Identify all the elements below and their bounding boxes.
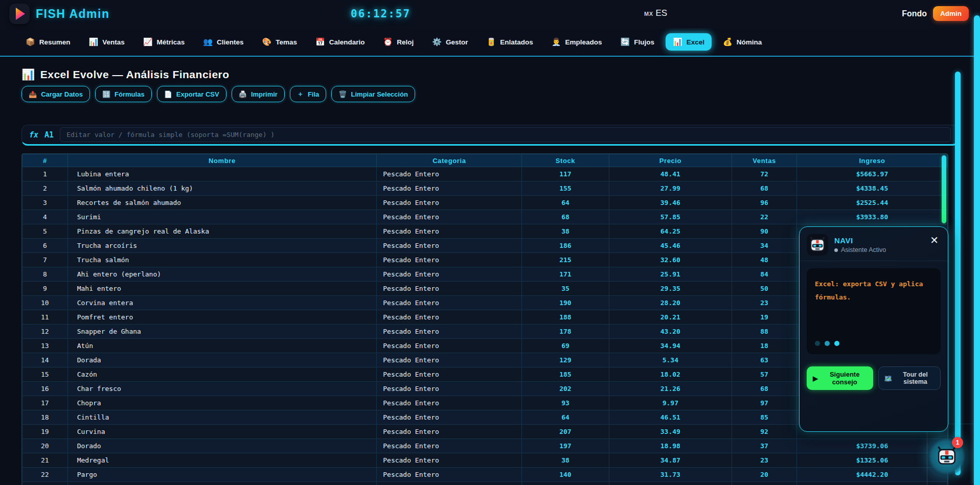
- cell-stock[interactable]: 207: [522, 425, 609, 439]
- cell-ventas[interactable]: 88: [732, 325, 797, 339]
- cell-nombre[interactable]: Lubina entera: [67, 167, 377, 181]
- page-scrollbar-thumb[interactable]: [955, 72, 961, 475]
- cell-ingreso[interactable]: $4442.20: [796, 468, 947, 482]
- table-row[interactable]: 3 Recortes de salmón ahumado Pescado Ent…: [22, 196, 948, 210]
- nav-item-nomina[interactable]: 💰Nómina: [716, 33, 769, 51]
- cell-nombre[interactable]: Mahi entero: [67, 282, 377, 296]
- nav-item-enlatados[interactable]: 🥫Enlatados: [479, 33, 540, 51]
- cell-index[interactable]: 13: [22, 339, 68, 353]
- cell-index[interactable]: 1: [22, 167, 68, 181]
- cell-ventas[interactable]: 97: [732, 396, 797, 410]
- next-tip-button[interactable]: ▶ Siguiente consejo: [807, 366, 873, 390]
- cell-ventas[interactable]: 34: [732, 239, 797, 253]
- cell-categoria[interactable]: Pescado Entero: [377, 439, 522, 453]
- cell-index[interactable]: 5: [22, 224, 68, 239]
- cell-precio[interactable]: 45.46: [609, 239, 732, 253]
- cell-categoria[interactable]: Pescado Entero: [377, 453, 522, 468]
- table-scrollbar-thumb[interactable]: [942, 155, 946, 223]
- nav-item-ventas[interactable]: 📊Ventas: [82, 33, 132, 51]
- cell-stock[interactable]: 178: [522, 325, 609, 339]
- cell-ingreso[interactable]: $4338.45: [796, 181, 947, 196]
- cell-ventas[interactable]: 20: [732, 468, 797, 482]
- cell-precio[interactable]: 33.49: [609, 425, 732, 439]
- cell-nombre[interactable]: Surimi: [67, 210, 377, 224]
- cell-stock[interactable]: 64: [522, 410, 609, 425]
- cell-index[interactable]: 6: [22, 239, 68, 253]
- cell-index[interactable]: 14: [22, 353, 68, 367]
- cell-precio[interactable]: 57.85: [609, 210, 732, 224]
- cell-nombre[interactable]: Cintilla: [67, 410, 377, 425]
- cell-precio[interactable]: 18.98: [609, 439, 732, 453]
- cell-nombre[interactable]: Atún: [67, 339, 377, 353]
- cell-index[interactable]: 19: [22, 425, 68, 439]
- tip-dot[interactable]: [815, 341, 820, 346]
- cell-precio[interactable]: 18.02: [609, 367, 732, 382]
- cell-ingreso[interactable]: $2525.44: [796, 196, 947, 210]
- cell-precio[interactable]: 48.41: [609, 167, 732, 181]
- cell-nombre[interactable]: Pinzas de cangrejo real de Alaska: [67, 224, 377, 239]
- formula-input[interactable]: [60, 127, 951, 142]
- nav-item-metricas[interactable]: 📈Métricas: [136, 33, 192, 51]
- cell-nombre[interactable]: Pomfret entero: [67, 310, 377, 325]
- cell-stock[interactable]: 76: [522, 482, 609, 485]
- cell-categoria[interactable]: Pescado Entero: [377, 310, 522, 325]
- cell-precio[interactable]: 27.99: [609, 181, 732, 196]
- cell-precio[interactable]: 34.94: [609, 339, 732, 353]
- fondo-label[interactable]: Fondo: [902, 9, 927, 18]
- cell-nombre[interactable]: Curvina: [67, 425, 377, 439]
- tip-dot[interactable]: [834, 341, 839, 346]
- cell-categoria[interactable]: Pescado Entero: [377, 239, 522, 253]
- imprimir-button[interactable]: 🖨️Imprimir: [232, 86, 285, 102]
- cell-categoria[interactable]: Pescado Entero: [377, 181, 522, 196]
- cell-precio[interactable]: 34.87: [609, 453, 732, 468]
- cell-categoria[interactable]: Pescado Entero: [377, 196, 522, 210]
- cell-index[interactable]: 22: [22, 468, 68, 482]
- cell-ventas[interactable]: 19: [732, 310, 797, 325]
- formulas-button[interactable]: 🔢Fórmulas: [95, 86, 152, 102]
- cell-categoria[interactable]: Pescado Entero: [377, 396, 522, 410]
- cell-nombre[interactable]: Corvina entera: [67, 296, 377, 310]
- nav-item-resumen[interactable]: 📦Resumen: [18, 33, 78, 51]
- cell-categoria[interactable]: Pescado Entero: [377, 482, 522, 485]
- cell-nombre[interactable]: Trucha salmón: [67, 253, 377, 267]
- cell-precio[interactable]: 31.73: [609, 468, 732, 482]
- cell-stock[interactable]: 155: [522, 181, 609, 196]
- cell-index[interactable]: 21: [22, 453, 68, 468]
- cell-stock[interactable]: 215: [522, 253, 609, 267]
- locale-indicator[interactable]: MX ES: [644, 8, 667, 18]
- cell-categoria[interactable]: Pescado Entero: [377, 339, 522, 353]
- cell-nombre[interactable]: Salmón ahumado chileno (1 kg): [67, 181, 377, 196]
- cell-index[interactable]: 4: [22, 210, 68, 224]
- nav-item-empleados[interactable]: 👨‍💼Empleados: [544, 33, 609, 51]
- cell-stock[interactable]: 171: [522, 267, 609, 282]
- cell-categoria[interactable]: Pescado Entero: [377, 367, 522, 382]
- cell-ventas[interactable]: 25: [732, 482, 797, 485]
- cell-ingreso[interactable]: $3739.06: [796, 439, 947, 453]
- cell-stock[interactable]: 69: [522, 339, 609, 353]
- cell-stock[interactable]: 140: [522, 468, 609, 482]
- cell-stock[interactable]: 188: [522, 310, 609, 325]
- fila-button[interactable]: ＋Fila: [290, 86, 326, 102]
- cell-nombre[interactable]: Pargo rojo: [67, 482, 377, 485]
- cell-categoria[interactable]: Pescado Entero: [377, 296, 522, 310]
- cell-stock[interactable]: 68: [522, 210, 609, 224]
- cell-index[interactable]: 11: [22, 310, 68, 325]
- cell-stock[interactable]: 117: [522, 167, 609, 181]
- cell-precio[interactable]: 28.20: [609, 296, 732, 310]
- cell-index[interactable]: 15: [22, 367, 68, 382]
- cell-nombre[interactable]: Dorada: [67, 353, 377, 367]
- cell-nombre[interactable]: Cazón: [67, 367, 377, 382]
- cell-precio[interactable]: 46.51: [609, 410, 732, 425]
- cell-index[interactable]: 2: [22, 181, 68, 196]
- cell-categoria[interactable]: Pescado Entero: [377, 425, 522, 439]
- cell-index[interactable]: 23: [22, 482, 68, 485]
- cell-nombre[interactable]: Snapper de Ghana: [67, 325, 377, 339]
- limpiar-seleccion-button[interactable]: 🗑️Limpiar Selección: [331, 86, 415, 102]
- tip-dot[interactable]: [825, 341, 830, 346]
- cell-categoria[interactable]: Pescado Entero: [377, 167, 522, 181]
- cell-categoria[interactable]: Pescado Entero: [377, 468, 522, 482]
- cell-ingreso[interactable]: $950.98: [796, 482, 947, 485]
- nav-item-calendario[interactable]: 📅Calendario: [308, 33, 372, 51]
- cell-index[interactable]: 12: [22, 325, 68, 339]
- cell-precio[interactable]: 20.21: [609, 310, 732, 325]
